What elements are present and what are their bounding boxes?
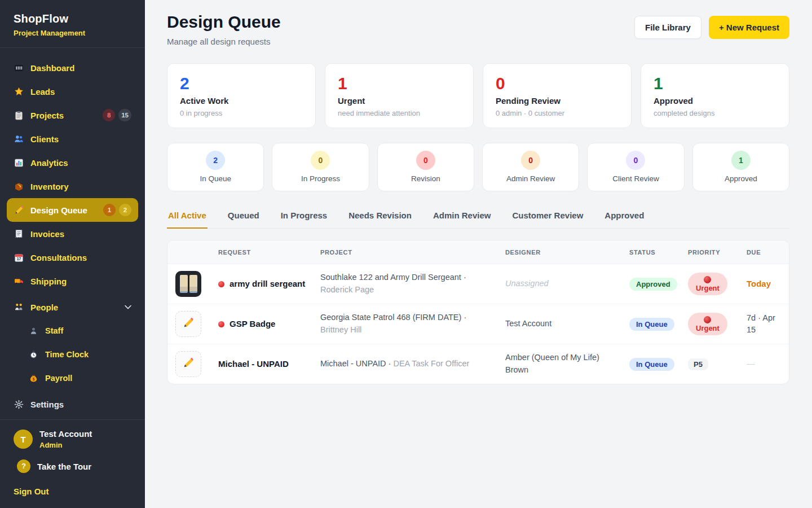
person-icon <box>28 327 38 335</box>
urgent-dot-icon <box>218 281 224 287</box>
sidebar-item-projects[interactable]: Projects815 <box>7 103 138 127</box>
priority-cell: Urgent <box>688 273 747 295</box>
calendar-icon: 17 <box>14 253 24 262</box>
sidebar-item-label: Projects <box>30 111 64 120</box>
sidebar-item-consultations[interactable]: 17Consultations <box>7 246 138 269</box>
thumbnail-cell <box>167 311 218 337</box>
page-subtitle: Manage all design requests <box>167 37 281 46</box>
chevron-down-icon <box>125 305 131 309</box>
pencil-icon <box>183 317 194 331</box>
project-client: DEA Task For Officer <box>393 359 469 368</box>
pill-count: 0 <box>311 151 330 170</box>
tab-all-active[interactable]: All Active <box>167 205 208 229</box>
stat-value: 2 <box>180 74 303 93</box>
pencil-icon <box>183 357 194 371</box>
red-circle-icon <box>704 276 711 283</box>
tab-customer-review[interactable]: Customer Review <box>511 205 584 229</box>
tab-queued[interactable]: Queued <box>227 205 261 229</box>
take-the-tour-button[interactable]: ? Take the Tour <box>14 459 131 473</box>
brand-subtitle: Project Management <box>14 29 131 37</box>
sidebar-item-label: Analytics <box>30 158 68 168</box>
tab-in-progress[interactable]: In Progress <box>280 205 329 229</box>
pill-card-client-review: 0Client Review <box>587 143 684 191</box>
brand-block: ShopFlow Project Management <box>0 0 145 48</box>
tab-admin-review[interactable]: Admin Review <box>432 205 492 229</box>
sidebar-item-dashboard[interactable]: Dashboard <box>7 56 138 80</box>
due-cell: Today <box>747 278 789 290</box>
user-role: Admin <box>39 441 92 449</box>
page-title: Design Queue <box>167 12 281 32</box>
sidebar-item-inventory[interactable]: Inventory <box>7 174 138 198</box>
request-cell: GSP Badge <box>218 318 320 330</box>
thumbnail-cell <box>167 271 218 297</box>
request-thumbnail-placeholder <box>175 311 201 337</box>
sidebar-item-people[interactable]: People <box>7 295 138 319</box>
status-pill-cards-row: 2In Queue0In Progress0Revision0Admin Rev… <box>167 143 789 191</box>
count-badge: 8 <box>103 109 115 121</box>
user-menu[interactable]: T Test Account Admin <box>14 429 131 449</box>
stat-card-approved: 1Approvedcompleted designs <box>641 63 789 128</box>
stat-value: 0 <box>496 74 619 93</box>
designer-cell: Amber (Queen of My Life) Brown <box>505 352 629 376</box>
question-icon: ? <box>17 459 30 473</box>
pill-count: 0 <box>626 151 645 170</box>
sidebar-item-shipping[interactable]: Shipping <box>7 269 138 293</box>
sidebar-item-leads[interactable]: Leads <box>7 80 138 103</box>
request-name: Michael - UNPAID <box>218 358 289 370</box>
red-circle-icon <box>704 316 711 323</box>
thumbnail-patch <box>189 275 197 293</box>
urgent-dot-icon <box>218 321 224 327</box>
project-separator: · <box>386 359 394 368</box>
pill-count: 1 <box>731 151 751 170</box>
new-request-button[interactable]: + New Request <box>709 16 789 39</box>
table-row[interactable]: Michael - UNPAIDMichael - UNPAID · DEA T… <box>167 344 789 384</box>
pill-count: 2 <box>206 151 225 170</box>
nav-badges: 12 <box>103 204 131 216</box>
sidebar-item-invoices[interactable]: Invoices <box>7 222 138 246</box>
project-cell: Georgia State Patrol 468 (FIRM DATE) · B… <box>320 312 505 336</box>
status-badge: In Queue <box>629 358 674 371</box>
tab-needs-revision[interactable]: Needs Revision <box>347 205 413 229</box>
pill-count: 0 <box>521 151 540 170</box>
request-cell: army drill sergeant <box>218 278 320 290</box>
status-cell: In Queue <box>629 318 688 331</box>
sidebar-item-settings[interactable]: Settings <box>7 392 138 416</box>
sidebar-item-label: Invoices <box>30 229 64 239</box>
count-badge: 2 <box>119 204 131 216</box>
priority-cell: P5 <box>688 358 747 370</box>
file-library-button[interactable]: File Library <box>634 16 701 39</box>
stat-label: Active Work <box>180 96 303 106</box>
priority-cell: Urgent <box>688 313 747 335</box>
priority-label: Urgent <box>696 284 720 292</box>
sign-out-link[interactable]: Sign Out <box>14 487 49 496</box>
main-content: Design Queue Manage all design requests … <box>145 0 812 508</box>
column-header-priority: PRIORITY <box>688 249 747 256</box>
designer-cell: Test Account <box>505 318 629 330</box>
sidebar-item-staff[interactable]: Staff <box>7 319 138 343</box>
status-badge: In Queue <box>629 318 674 331</box>
sidebar-item-label: Dashboard <box>30 63 74 73</box>
sidebar-item-payroll[interactable]: $Payroll <box>7 366 138 390</box>
table-row[interactable]: army drill sergeantSouthlake 122 and Arm… <box>167 264 789 304</box>
due-cell: — <box>747 358 789 370</box>
stat-cards-row: 2Active Work0 in progress1Urgentneed imm… <box>167 63 789 128</box>
sidebar-item-label: Design Queue <box>30 205 87 215</box>
status-cell: In Queue <box>629 358 688 371</box>
sidebar-item-clients[interactable]: Clients <box>7 127 138 151</box>
table-header-row: REQUESTPROJECTDESIGNERSTATUSPRIORITYDUE <box>167 240 789 264</box>
stat-card-active-work: 2Active Work0 in progress <box>167 63 316 128</box>
sidebar-item-analytics[interactable]: Analytics <box>7 151 138 174</box>
receipt-icon <box>14 229 24 239</box>
dashboard-icon <box>14 63 24 73</box>
project-separator: · <box>461 313 466 322</box>
pill-count: 0 <box>416 151 435 170</box>
sidebar-item-time-clock[interactable]: Time Clock <box>7 343 138 366</box>
table-row[interactable]: GSP BadgeGeorgia State Patrol 468 (FIRM … <box>167 304 789 344</box>
sidebar-item-design-queue[interactable]: Design Queue12 <box>7 198 138 222</box>
pill-label: In Progress <box>277 174 364 183</box>
stat-value: 1 <box>654 74 776 93</box>
stat-card-urgent: 1Urgentneed immediate attention <box>325 63 474 128</box>
project-name: Michael - UNPAID <box>320 359 386 368</box>
tab-approved[interactable]: Approved <box>603 205 645 229</box>
project-separator: · <box>461 273 466 282</box>
